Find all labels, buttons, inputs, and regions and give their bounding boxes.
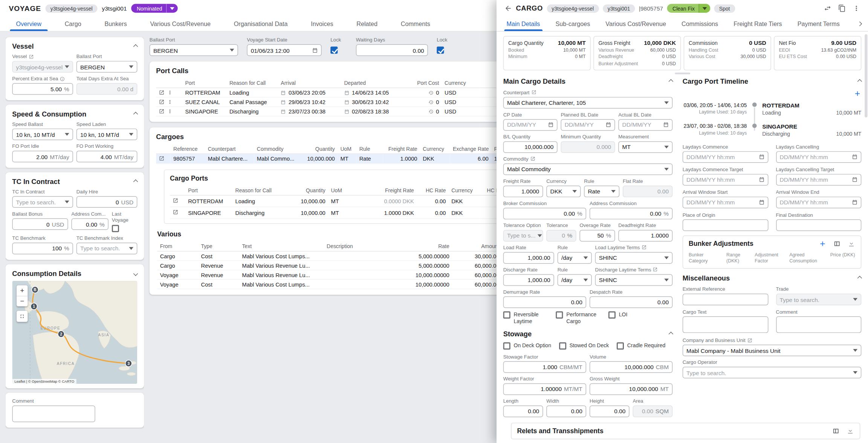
- tc-benchmark-index-search[interactable]: Type to search.: [76, 242, 138, 254]
- col-reason[interactable]: Reason for Call: [232, 185, 289, 195]
- collapse-icon[interactable]: [669, 331, 673, 336]
- open-cargo-port-icon[interactable]: [173, 198, 178, 204]
- col-rule[interactable]: Rule: [356, 144, 383, 154]
- commodity-select[interactable]: Mabl Commodity: [503, 163, 673, 175]
- width-input[interactable]: 0.00: [546, 405, 586, 417]
- voyage-start-date-input[interactable]: 01/06/23 12:00: [247, 44, 321, 56]
- open-port-call-icon[interactable]: [159, 99, 165, 105]
- copy-icon[interactable]: [838, 5, 846, 12]
- tab-comments[interactable]: Comments: [389, 17, 442, 31]
- freight-rate-input[interactable]: 1.0000: [503, 185, 543, 197]
- arrival-window-end-input[interactable]: DD/MM/YY hh:mm: [776, 197, 861, 208]
- col-price[interactable]: Price (DKK): [830, 252, 855, 264]
- tabs-scroll-right-icon[interactable]: [854, 17, 866, 31]
- laydays-cancelling-target-input[interactable]: DD/MM/YY hh:mm: [776, 174, 861, 185]
- columns-icon[interactable]: [833, 240, 841, 248]
- various-row[interactable]: CargoRevenue Mabl Various Revenue Lu... …: [157, 261, 530, 270]
- discharge-rate-input[interactable]: 1,000.00: [503, 274, 554, 286]
- measurement-select[interactable]: MT: [618, 141, 672, 153]
- laydays-commence-target-input[interactable]: DD/MM/YY hh:mm: [683, 174, 768, 185]
- open-cargo-icon[interactable]: [159, 155, 165, 161]
- company-business-unit-select[interactable]: Mabl Company - Mabl Business Unit: [683, 345, 862, 356]
- load-laytime-terms-select[interactable]: SHINC: [595, 252, 673, 264]
- col-uom[interactable]: UoM: [328, 185, 362, 195]
- load-rate-input[interactable]: 1,000.00: [503, 252, 554, 264]
- col-text[interactable]: Text: [239, 242, 324, 251]
- tab-overview[interactable]: Overview: [5, 17, 53, 31]
- timeline-entry[interactable]: 23/07, 00:38 - 02/08, 18:38 Laytime Used…: [683, 123, 862, 137]
- add-timeline-entry-icon[interactable]: [854, 90, 862, 98]
- back-icon[interactable]: [504, 5, 512, 12]
- discharge-rule-select[interactable]: /day: [558, 274, 592, 286]
- col-uom[interactable]: UoM: [338, 144, 356, 154]
- fo-port-working-input[interactable]: 4.00MT/day: [76, 151, 138, 162]
- zoom-out-button[interactable]: −: [17, 296, 28, 306]
- col-departed[interactable]: Departed: [341, 78, 405, 88]
- stowed-on-deck-checkbox[interactable]: Stowed On Deck: [559, 342, 609, 349]
- voyage-map[interactable]: EUROPE ASIA AFRICA B 1 2 3: [12, 281, 137, 383]
- fix-status-badge[interactable]: Clean Fix: [667, 4, 710, 13]
- download-icon[interactable]: [848, 240, 856, 248]
- cargo-row-selected[interactable]: 9805757 Mabl Chartere... Mabl Commo... 1…: [156, 154, 530, 164]
- cradle-required-checkbox[interactable]: Cradle Required: [617, 342, 666, 349]
- col-range[interactable]: Range (DKK): [726, 252, 751, 264]
- tab-various-cost-revenue[interactable]: Various Cost/Revenue: [139, 17, 222, 31]
- tab-invoices[interactable]: Invoices: [299, 17, 345, 31]
- percent-extra-at-sea-input[interactable]: 5.00%: [12, 83, 73, 95]
- tab-cargo[interactable]: Cargo: [53, 17, 93, 31]
- daily-hire-input[interactable]: 0USD: [76, 196, 138, 208]
- collapse-icon[interactable]: [133, 179, 138, 184]
- speed-laden-select[interactable]: 10 kn, 10 MT/d: [76, 129, 138, 140]
- col-hc-rate[interactable]: HC Rate: [417, 185, 449, 195]
- tab-main-details[interactable]: Main Details: [499, 17, 548, 31]
- speed-ballast-select[interactable]: 10 kn, 10 MT/d: [12, 129, 73, 140]
- deadfreight-rate-input[interactable]: 1.0000: [618, 230, 672, 242]
- last-voyage-checkbox[interactable]: [112, 225, 119, 232]
- tc-benchmark-input[interactable]: 100%: [12, 242, 73, 254]
- download-icon[interactable]: [847, 427, 854, 435]
- col-exchange-rate[interactable]: Exchange Rate: [450, 144, 491, 154]
- tab-commissions[interactable]: Commissions: [674, 17, 726, 31]
- row-menu-icon[interactable]: [167, 109, 173, 114]
- tab-organisational-data[interactable]: Organisational Data: [222, 17, 300, 31]
- gross-weight-input[interactable]: 10,000.000MT: [590, 383, 672, 395]
- cargo-operator-search[interactable]: Type to search.: [683, 367, 862, 379]
- cp-date-input[interactable]: DD/MM/YY: [503, 119, 558, 131]
- more-menu-icon[interactable]: [853, 5, 860, 12]
- cargo-comment-textarea[interactable]: [776, 316, 861, 333]
- col-bunker-category[interactable]: Bunker Category: [689, 252, 723, 264]
- address-commission-input[interactable]: 0.00%: [71, 218, 108, 230]
- open-cargo-port-icon[interactable]: [173, 209, 178, 215]
- load-rule-select[interactable]: /day: [558, 252, 592, 264]
- loi-checkbox[interactable]: LOI: [608, 311, 627, 325]
- tab-freight-rate-tiers[interactable]: Freight Rate Tiers: [726, 17, 790, 31]
- col-amount[interactable]: Amount: [452, 242, 502, 251]
- tab-payment-terms[interactable]: Payment Terms: [790, 17, 847, 31]
- height-input[interactable]: 0.00: [590, 405, 630, 417]
- col-rate[interactable]: Rate: [391, 242, 452, 251]
- address-commission-input[interactable]: 0.00%: [590, 208, 672, 219]
- collapse-icon[interactable]: [857, 79, 862, 84]
- col-port-cost[interactable]: Port Cost: [405, 78, 442, 88]
- col-reference[interactable]: Reference: [171, 144, 205, 154]
- ballast-port-select[interactable]: BERGEN: [76, 61, 138, 73]
- collapse-icon[interactable]: [133, 112, 138, 116]
- col-freight-rate[interactable]: Freight Rate: [383, 144, 420, 154]
- tab-related[interactable]: Related: [345, 17, 389, 31]
- port-call-row[interactable]: ROTTERDAM Loading 03/06/23 20:05 14/06/2…: [156, 88, 530, 97]
- col-quantity[interactable]: Quantity: [299, 144, 338, 154]
- cargo-port-row[interactable]: ROTTERDAM Loading 10,000.00 MT 0.0000 DK…: [170, 195, 524, 207]
- actual-bl-date-input[interactable]: DD/MM/YY: [618, 119, 672, 131]
- open-port-call-icon[interactable]: [159, 90, 165, 95]
- voyage-comment-textarea[interactable]: [12, 405, 95, 422]
- col-arrival[interactable]: Arrival: [278, 78, 341, 88]
- add-bunker-adjustment-icon[interactable]: [819, 240, 827, 248]
- map-canvas[interactable]: EUROPE ASIA AFRICA B 1 2 3: [12, 281, 137, 383]
- col-currency[interactable]: Currency: [449, 185, 482, 195]
- tab-various-cost-revenue[interactable]: Various Cost/Revenue: [598, 17, 674, 31]
- on-deck-option-checkbox[interactable]: On Deck Option: [503, 342, 551, 349]
- fix-status-caret-icon[interactable]: [698, 4, 710, 13]
- col-counterpart[interactable]: Counterpart: [205, 144, 254, 154]
- volume-input[interactable]: 10,000.000CBM: [590, 361, 672, 373]
- ballast-bonus-input[interactable]: 0USD: [12, 218, 68, 230]
